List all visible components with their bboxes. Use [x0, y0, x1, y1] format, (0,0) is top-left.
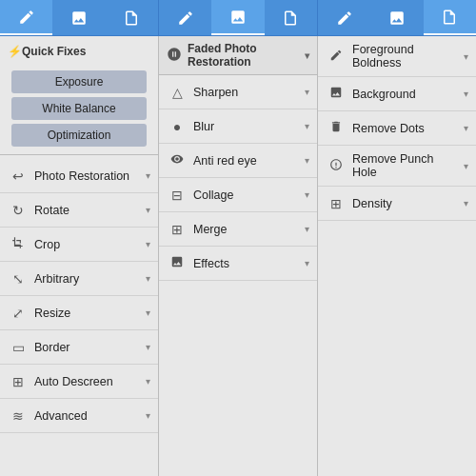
rotate-icon: ↻	[8, 203, 29, 218]
panel-2: Faded Photo Restoration ▾ △ Sharpen ▾ ● …	[159, 36, 318, 476]
quick-fixes-icon: ⚡	[8, 45, 22, 58]
crop-label: Crop	[34, 238, 142, 251]
advanced-icon: ≋	[8, 408, 29, 424]
rotate-arrow: ▾	[146, 205, 150, 215]
border-icon: ▭	[8, 340, 29, 355]
tab-doc-3[interactable]	[424, 0, 476, 35]
tab-doc-2[interactable]	[265, 0, 317, 35]
remove-dots-arrow: ▾	[464, 123, 468, 133]
foreground-boldness-label: Foreground Boldness	[352, 43, 460, 69]
collage-icon: ⊟	[167, 188, 188, 203]
panel-3: Foreground Boldness ▾ Background ▾ Remov…	[318, 36, 476, 476]
faded-photo-icon	[167, 47, 182, 65]
menu-item-foreground-boldness[interactable]: Foreground Boldness ▾	[318, 36, 476, 77]
resize-icon: ⤢	[8, 306, 29, 321]
remove-punch-hole-icon	[326, 158, 347, 174]
crop-icon	[8, 236, 29, 252]
remove-dots-icon	[326, 120, 347, 136]
arbitrary-arrow: ▾	[146, 273, 150, 284]
blur-arrow: ▾	[305, 121, 309, 131]
resize-arrow: ▾	[146, 307, 150, 318]
menu-item-remove-punch-hole[interactable]: Remove Punch Hole ▾	[318, 146, 476, 187]
menu-item-resize[interactable]: ⤢ Resize ▾	[0, 296, 158, 330]
sharpen-arrow: ▾	[305, 87, 309, 97]
menu-item-blur[interactable]: ● Blur ▾	[159, 109, 317, 144]
background-arrow: ▾	[464, 89, 468, 99]
effects-icon	[167, 255, 188, 271]
arbitrary-icon: ⤡	[8, 271, 29, 287]
menu-item-border[interactable]: ▭ Border ▾	[0, 330, 158, 365]
advanced-label: Advanced	[34, 409, 142, 423]
menu-item-density[interactable]: ⊞ Density ▾	[318, 187, 476, 221]
panel-1: ⚡ Quick Fixes Exposure White Balance Opt…	[0, 36, 159, 476]
background-icon	[326, 86, 347, 102]
remove-punch-hole-arrow: ▾	[464, 161, 468, 171]
menu-item-merge[interactable]: ⊞ Merge ▾	[159, 212, 317, 247]
menu-item-rotate[interactable]: ↻ Rotate ▾	[0, 193, 158, 228]
menu-item-sharpen[interactable]: △ Sharpen ▾	[159, 75, 317, 109]
crop-arrow: ▾	[146, 239, 150, 249]
border-arrow: ▾	[146, 342, 150, 352]
menu-item-background[interactable]: Background ▾	[318, 77, 476, 111]
menu-item-arbitrary[interactable]: ⤡ Arbitrary ▾	[0, 262, 158, 296]
menu-item-photo-restoration[interactable]: ↩ Photo Restoration ▾	[0, 159, 158, 193]
photo-restoration-icon: ↩	[8, 169, 29, 184]
collage-arrow: ▾	[305, 189, 309, 200]
advanced-arrow: ▾	[146, 410, 150, 421]
tab-edit-1[interactable]	[0, 0, 52, 35]
border-label: Border	[34, 341, 142, 354]
menu-item-effects[interactable]: Effects ▾	[159, 247, 317, 281]
panels: ⚡ Quick Fixes Exposure White Balance Opt…	[0, 36, 476, 476]
panel-2-header-arrow: ▾	[305, 50, 309, 61]
tab-section-3	[318, 0, 476, 35]
foreground-boldness-icon	[326, 49, 347, 65]
arbitrary-label: Arbitrary	[34, 272, 142, 286]
auto-descreen-label: Auto Descreen	[34, 375, 142, 388]
tab-edit-2[interactable]	[159, 0, 211, 35]
divider-1	[0, 154, 158, 155]
remove-dots-label: Remove Dots	[352, 122, 460, 135]
effects-arrow: ▾	[305, 258, 309, 268]
menu-item-anti-red-eye[interactable]: Anti red eye ▾	[159, 144, 317, 178]
panel-2-header-label: Faded Photo Restoration	[188, 42, 305, 69]
optimization-button[interactable]: Optimization	[11, 124, 147, 147]
menu-item-auto-descreen[interactable]: ⊞ Auto Descreen ▾	[0, 365, 158, 399]
tab-image-1[interactable]	[52, 0, 105, 35]
sharpen-icon: △	[167, 85, 188, 100]
anti-red-eye-icon	[167, 152, 188, 169]
tab-doc-1[interactable]	[106, 0, 158, 35]
exposure-button[interactable]: Exposure	[11, 70, 147, 93]
panel-2-header[interactable]: Faded Photo Restoration ▾	[159, 36, 317, 75]
anti-red-eye-arrow: ▾	[305, 155, 309, 166]
tab-image-3[interactable]	[370, 0, 423, 35]
tab-image-2[interactable]	[211, 0, 264, 35]
anti-red-eye-label: Anti red eye	[193, 154, 301, 168]
merge-arrow: ▾	[305, 224, 309, 234]
auto-descreen-icon: ⊞	[8, 374, 29, 389]
resize-label: Resize	[34, 307, 142, 320]
tab-bar	[0, 0, 476, 36]
background-label: Background	[352, 88, 460, 101]
collage-label: Collage	[193, 188, 301, 202]
white-balance-button[interactable]: White Balance	[11, 97, 147, 120]
sharpen-label: Sharpen	[193, 86, 301, 99]
blur-label: Blur	[193, 120, 301, 133]
merge-label: Merge	[193, 223, 301, 236]
effects-label: Effects	[193, 257, 301, 270]
auto-descreen-arrow: ▾	[146, 376, 150, 387]
remove-punch-hole-label: Remove Punch Hole	[352, 152, 460, 179]
photo-restoration-label: Photo Restoration	[34, 169, 142, 183]
density-icon: ⊞	[326, 196, 347, 211]
tab-section-2	[159, 0, 318, 35]
menu-item-advanced[interactable]: ≋ Advanced ▾	[0, 399, 158, 433]
menu-item-remove-dots[interactable]: Remove Dots ▾	[318, 111, 476, 146]
blur-icon: ●	[167, 119, 188, 134]
quick-fixes-header: ⚡ Quick Fixes	[0, 36, 158, 67]
density-arrow: ▾	[464, 198, 468, 208]
density-label: Density	[352, 197, 460, 210]
menu-item-collage[interactable]: ⊟ Collage ▾	[159, 178, 317, 212]
tab-edit-3[interactable]	[318, 0, 370, 35]
menu-item-crop[interactable]: Crop ▾	[0, 228, 158, 262]
tab-section-1	[0, 0, 159, 35]
rotate-label: Rotate	[34, 204, 142, 217]
